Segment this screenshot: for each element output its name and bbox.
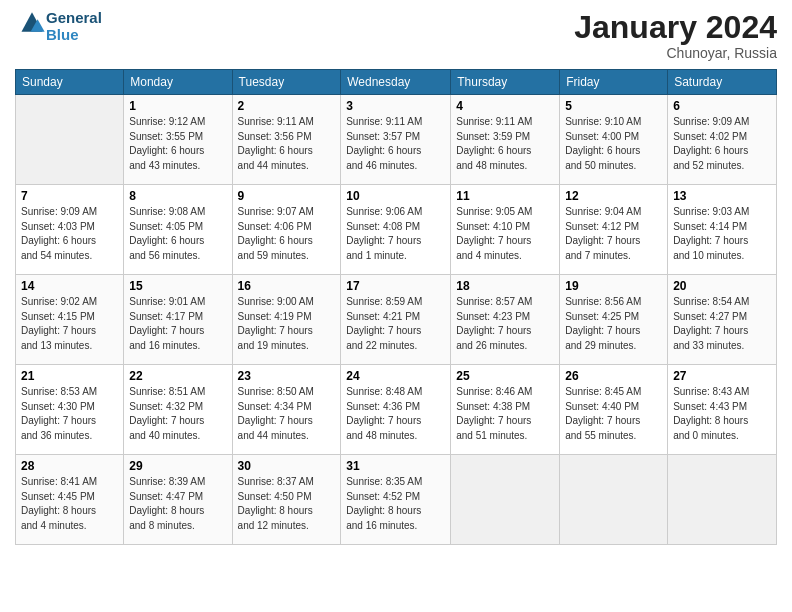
- page: General Blue January 2024 Chunoyar, Russ…: [0, 0, 792, 612]
- day-number: 3: [346, 99, 445, 113]
- day-info: Sunrise: 8:53 AMSunset: 4:30 PMDaylight:…: [21, 385, 118, 443]
- calendar-cell: 21Sunrise: 8:53 AMSunset: 4:30 PMDayligh…: [16, 365, 124, 455]
- day-number: 24: [346, 369, 445, 383]
- calendar-cell: 11Sunrise: 9:05 AMSunset: 4:10 PMDayligh…: [451, 185, 560, 275]
- day-number: 18: [456, 279, 554, 293]
- calendar-cell: 13Sunrise: 9:03 AMSunset: 4:14 PMDayligh…: [668, 185, 777, 275]
- calendar-cell: 30Sunrise: 8:37 AMSunset: 4:50 PMDayligh…: [232, 455, 341, 545]
- calendar-cell: 15Sunrise: 9:01 AMSunset: 4:17 PMDayligh…: [124, 275, 232, 365]
- day-info: Sunrise: 9:01 AMSunset: 4:17 PMDaylight:…: [129, 295, 226, 353]
- calendar-week-row: 28Sunrise: 8:41 AMSunset: 4:45 PMDayligh…: [16, 455, 777, 545]
- calendar-cell: 2Sunrise: 9:11 AMSunset: 3:56 PMDaylight…: [232, 95, 341, 185]
- header-row: Sunday Monday Tuesday Wednesday Thursday…: [16, 70, 777, 95]
- day-info: Sunrise: 8:57 AMSunset: 4:23 PMDaylight:…: [456, 295, 554, 353]
- day-number: 29: [129, 459, 226, 473]
- location: Chunoyar, Russia: [574, 45, 777, 61]
- logo-text-general: General: [46, 9, 102, 26]
- day-number: 1: [129, 99, 226, 113]
- day-info: Sunrise: 9:11 AMSunset: 3:59 PMDaylight:…: [456, 115, 554, 173]
- day-info: Sunrise: 8:41 AMSunset: 4:45 PMDaylight:…: [21, 475, 118, 533]
- day-number: 11: [456, 189, 554, 203]
- day-number: 22: [129, 369, 226, 383]
- day-number: 26: [565, 369, 662, 383]
- day-number: 30: [238, 459, 336, 473]
- calendar-cell: 19Sunrise: 8:56 AMSunset: 4:25 PMDayligh…: [560, 275, 668, 365]
- calendar-cell: 12Sunrise: 9:04 AMSunset: 4:12 PMDayligh…: [560, 185, 668, 275]
- day-info: Sunrise: 8:51 AMSunset: 4:32 PMDaylight:…: [129, 385, 226, 443]
- logo: General Blue: [15, 10, 102, 43]
- calendar-cell: 17Sunrise: 8:59 AMSunset: 4:21 PMDayligh…: [341, 275, 451, 365]
- calendar-cell: 22Sunrise: 8:51 AMSunset: 4:32 PMDayligh…: [124, 365, 232, 455]
- logo-text-blue: Blue: [46, 26, 79, 43]
- calendar-week-row: 14Sunrise: 9:02 AMSunset: 4:15 PMDayligh…: [16, 275, 777, 365]
- calendar-cell: 24Sunrise: 8:48 AMSunset: 4:36 PMDayligh…: [341, 365, 451, 455]
- calendar-cell: 31Sunrise: 8:35 AMSunset: 4:52 PMDayligh…: [341, 455, 451, 545]
- calendar-cell: 26Sunrise: 8:45 AMSunset: 4:40 PMDayligh…: [560, 365, 668, 455]
- calendar-cell: 16Sunrise: 9:00 AMSunset: 4:19 PMDayligh…: [232, 275, 341, 365]
- day-info: Sunrise: 9:11 AMSunset: 3:56 PMDaylight:…: [238, 115, 336, 173]
- calendar-cell: 8Sunrise: 9:08 AMSunset: 4:05 PMDaylight…: [124, 185, 232, 275]
- day-info: Sunrise: 8:43 AMSunset: 4:43 PMDaylight:…: [673, 385, 771, 443]
- day-info: Sunrise: 9:02 AMSunset: 4:15 PMDaylight:…: [21, 295, 118, 353]
- col-thursday: Thursday: [451, 70, 560, 95]
- day-number: 31: [346, 459, 445, 473]
- day-info: Sunrise: 9:09 AMSunset: 4:02 PMDaylight:…: [673, 115, 771, 173]
- day-number: 8: [129, 189, 226, 203]
- day-info: Sunrise: 8:37 AMSunset: 4:50 PMDaylight:…: [238, 475, 336, 533]
- day-number: 13: [673, 189, 771, 203]
- day-number: 10: [346, 189, 445, 203]
- day-number: 2: [238, 99, 336, 113]
- day-number: 21: [21, 369, 118, 383]
- calendar-week-row: 7Sunrise: 9:09 AMSunset: 4:03 PMDaylight…: [16, 185, 777, 275]
- day-number: 4: [456, 99, 554, 113]
- day-info: Sunrise: 8:45 AMSunset: 4:40 PMDaylight:…: [565, 385, 662, 443]
- calendar-cell: 6Sunrise: 9:09 AMSunset: 4:02 PMDaylight…: [668, 95, 777, 185]
- calendar-table: Sunday Monday Tuesday Wednesday Thursday…: [15, 69, 777, 545]
- col-tuesday: Tuesday: [232, 70, 341, 95]
- calendar-cell: 23Sunrise: 8:50 AMSunset: 4:34 PMDayligh…: [232, 365, 341, 455]
- day-number: 20: [673, 279, 771, 293]
- col-wednesday: Wednesday: [341, 70, 451, 95]
- day-number: 9: [238, 189, 336, 203]
- calendar-cell: 3Sunrise: 9:11 AMSunset: 3:57 PMDaylight…: [341, 95, 451, 185]
- day-info: Sunrise: 9:06 AMSunset: 4:08 PMDaylight:…: [346, 205, 445, 263]
- day-number: 5: [565, 99, 662, 113]
- calendar-cell: 5Sunrise: 9:10 AMSunset: 4:00 PMDaylight…: [560, 95, 668, 185]
- calendar-cell: [16, 95, 124, 185]
- day-info: Sunrise: 8:46 AMSunset: 4:38 PMDaylight:…: [456, 385, 554, 443]
- day-info: Sunrise: 9:12 AMSunset: 3:55 PMDaylight:…: [129, 115, 226, 173]
- calendar-cell: 25Sunrise: 8:46 AMSunset: 4:38 PMDayligh…: [451, 365, 560, 455]
- month-title: January 2024: [574, 10, 777, 45]
- calendar-cell: 14Sunrise: 9:02 AMSunset: 4:15 PMDayligh…: [16, 275, 124, 365]
- calendar-cell: 7Sunrise: 9:09 AMSunset: 4:03 PMDaylight…: [16, 185, 124, 275]
- day-number: 28: [21, 459, 118, 473]
- day-info: Sunrise: 8:50 AMSunset: 4:34 PMDaylight:…: [238, 385, 336, 443]
- day-number: 27: [673, 369, 771, 383]
- day-number: 15: [129, 279, 226, 293]
- day-info: Sunrise: 8:48 AMSunset: 4:36 PMDaylight:…: [346, 385, 445, 443]
- day-number: 6: [673, 99, 771, 113]
- title-block: January 2024 Chunoyar, Russia: [574, 10, 777, 61]
- calendar-cell: 27Sunrise: 8:43 AMSunset: 4:43 PMDayligh…: [668, 365, 777, 455]
- calendar-week-row: 1Sunrise: 9:12 AMSunset: 3:55 PMDaylight…: [16, 95, 777, 185]
- calendar-cell: [451, 455, 560, 545]
- day-number: 19: [565, 279, 662, 293]
- calendar-cell: 9Sunrise: 9:07 AMSunset: 4:06 PMDaylight…: [232, 185, 341, 275]
- day-number: 12: [565, 189, 662, 203]
- calendar-cell: [560, 455, 668, 545]
- col-friday: Friday: [560, 70, 668, 95]
- day-info: Sunrise: 9:11 AMSunset: 3:57 PMDaylight:…: [346, 115, 445, 173]
- day-info: Sunrise: 9:07 AMSunset: 4:06 PMDaylight:…: [238, 205, 336, 263]
- day-number: 7: [21, 189, 118, 203]
- day-info: Sunrise: 9:08 AMSunset: 4:05 PMDaylight:…: [129, 205, 226, 263]
- day-info: Sunrise: 9:04 AMSunset: 4:12 PMDaylight:…: [565, 205, 662, 263]
- calendar-cell: [668, 455, 777, 545]
- day-info: Sunrise: 9:10 AMSunset: 4:00 PMDaylight:…: [565, 115, 662, 173]
- calendar-cell: 28Sunrise: 8:41 AMSunset: 4:45 PMDayligh…: [16, 455, 124, 545]
- day-number: 23: [238, 369, 336, 383]
- day-info: Sunrise: 8:54 AMSunset: 4:27 PMDaylight:…: [673, 295, 771, 353]
- day-info: Sunrise: 8:35 AMSunset: 4:52 PMDaylight:…: [346, 475, 445, 533]
- day-number: 25: [456, 369, 554, 383]
- day-info: Sunrise: 9:09 AMSunset: 4:03 PMDaylight:…: [21, 205, 118, 263]
- col-monday: Monday: [124, 70, 232, 95]
